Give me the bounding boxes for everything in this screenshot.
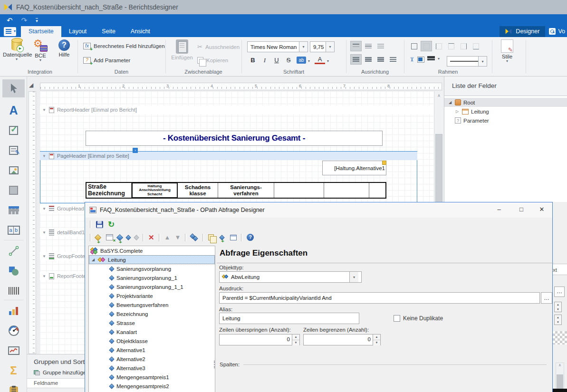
- bce-button[interactable]: ⚙ BCE ▾: [30, 39, 50, 62]
- preview-mode-button[interactable]: Vo: [545, 26, 567, 37]
- expander-icon[interactable]: ◢: [448, 100, 452, 105]
- spinner-buttons[interactable]: ▲▼: [292, 335, 299, 345]
- font-color-caret-icon[interactable]: ▾: [327, 59, 329, 63]
- table-cell-empty[interactable]: [369, 183, 385, 198]
- datenquelle-button[interactable]: Datenquelle ▾: [3, 39, 30, 61]
- tree-field[interactable]: Sanierungsvorplanung: [89, 264, 215, 273]
- tree-field[interactable]: Mengengesamtpreis2: [89, 382, 215, 391]
- tree-field[interactable]: Sanierungsvorplanung_1: [89, 273, 215, 282]
- ausschneiden-button[interactable]: ✂ Ausschneiden: [197, 43, 240, 50]
- tree-field[interactable]: Projektvariante: [89, 291, 215, 300]
- strikethrough-button[interactable]: S: [283, 55, 294, 66]
- line-weight-button[interactable]: ▾: [427, 56, 440, 61]
- vertical-ruler[interactable]: [29, 91, 36, 354]
- align-left-button[interactable]: [350, 54, 362, 65]
- band-page-header[interactable]: ▼ PageHeader [Einmal pro Seite] ›: [40, 152, 417, 160]
- tree-field[interactable]: Sanierungsvorplanung_1_1: [89, 282, 215, 291]
- font-color-button[interactable]: A: [315, 55, 325, 64]
- query-tree[interactable]: BaSYS.Complete ◢ Leitung Sanierungsvorpl…: [88, 246, 215, 392]
- band-collapse-icon[interactable]: ▼: [42, 154, 46, 158]
- tree-field[interactable]: Kanalart: [89, 327, 215, 336]
- hilfe-button[interactable]: ? Hilfe: [53, 39, 75, 57]
- band-report-header[interactable]: ▼ ReportHeader [Einmal pro Bericht]: [40, 105, 442, 114]
- spin-down-icon[interactable]: ▼: [373, 340, 380, 345]
- copy-query-icon[interactable]: [208, 234, 214, 240]
- spinner-fragment[interactable]: ▲▼: [554, 315, 562, 325]
- field-tree-leitung[interactable]: ▷ Leitung: [444, 107, 567, 116]
- highlight-button[interactable]: ab: [297, 57, 306, 64]
- align-justify-button[interactable]: [387, 54, 399, 65]
- add-parameter-button[interactable]: ? Add Parameter: [83, 57, 130, 64]
- border-left-button[interactable]: [433, 41, 444, 51]
- tree-field[interactable]: Mengengesamtpreis1: [89, 373, 215, 382]
- tree-node-leitung[interactable]: ◢ Leitung: [89, 255, 215, 264]
- table-tool[interactable]: [2, 201, 25, 219]
- objekttyp-dropdown-icon[interactable]: ▾: [349, 272, 358, 282]
- band-collapse-icon[interactable]: ▼: [42, 230, 46, 235]
- spin-down-icon[interactable]: ▼: [292, 340, 299, 345]
- gauge-tool[interactable]: [2, 322, 25, 340]
- spin-up-icon[interactable]: ▲: [292, 335, 299, 340]
- report-table-header-row[interactable]: StraßeBezeichnung HaltungAnschlussleitun…: [86, 182, 386, 199]
- border-right-button[interactable]: [458, 41, 469, 51]
- table-cell-empty[interactable]: [274, 183, 324, 198]
- dialog-title-bar[interactable]: FAQ_Kostenübersicht_nach_Straße - OPath …: [85, 202, 552, 218]
- expander-icon[interactable]: ◢: [91, 258, 96, 262]
- tab-seite[interactable]: Seite: [94, 26, 123, 37]
- calc-field-button[interactable]: fx Berechnetes Feld hinzufügen: [83, 43, 165, 49]
- scroll-up-icon[interactable]: ∧: [556, 363, 564, 367]
- align-center-button[interactable]: [363, 54, 374, 65]
- delete-icon[interactable]: ✕: [148, 233, 154, 242]
- table-cell-sanierungsverfahren[interactable]: Sanierungs-verfahren: [218, 183, 274, 198]
- italic-button[interactable]: I: [259, 55, 270, 66]
- related-objects-icon[interactable]: [191, 234, 198, 241]
- keine-duplikate-checkbox[interactable]: [394, 315, 400, 322]
- spinner-fragment[interactable]: ▲▼: [554, 302, 562, 312]
- tab-layout[interactable]: Layout: [61, 26, 95, 37]
- tree-field[interactable]: Alternative3: [89, 363, 215, 373]
- band-collapse-icon[interactable]: ▼: [42, 254, 46, 258]
- barcode-tool[interactable]: [2, 282, 25, 300]
- border-all-button[interactable]: [408, 41, 420, 51]
- shape-tool[interactable]: [2, 262, 25, 280]
- keine-duplikate-row[interactable]: Keine Duplikate: [394, 315, 443, 322]
- picture-tool[interactable]: [2, 161, 25, 179]
- richtext-tool[interactable]: ✎: [2, 141, 25, 159]
- table-cell-schadensklasse[interactable]: Schadensklasse: [178, 183, 218, 198]
- minimize-button[interactable]: –: [491, 202, 507, 217]
- border-none-button[interactable]: [421, 41, 432, 51]
- font-name-dropdown-icon[interactable]: ▾: [299, 42, 308, 52]
- field-tree-root[interactable]: ◢ Root: [444, 98, 567, 107]
- scrollbar-fragment[interactable]: ∧: [556, 363, 564, 392]
- spalten-drag-handle[interactable]: [214, 361, 216, 368]
- sigma-tool[interactable]: Σ: [2, 362, 25, 380]
- dialog-help-icon[interactable]: ?: [247, 234, 254, 241]
- save-icon[interactable]: [96, 221, 103, 228]
- band-smart-tag-icon[interactable]: ›: [133, 148, 138, 153]
- tree-field[interactable]: Objektklasse: [89, 336, 215, 345]
- field-tree-parameter[interactable]: ? Parameter: [444, 116, 567, 125]
- align-top-button[interactable]: [350, 41, 362, 51]
- objekttyp-combo[interactable]: AbwLeitung ▾: [219, 271, 362, 283]
- add-property-icon[interactable]: [106, 234, 113, 240]
- move-down-icon[interactable]: ▼: [174, 234, 181, 241]
- ausdruck-input[interactable]: ParentId = $CurrentMunicipalityVariantId…: [219, 292, 540, 304]
- expander-icon[interactable]: ▷: [455, 109, 460, 114]
- character-comb-tool[interactable]: ab: [2, 221, 25, 239]
- horizontal-ruler[interactable]: 1 2 3 4 5 6 7 8: [40, 83, 442, 90]
- tree-field[interactable]: Alternative1: [89, 345, 215, 354]
- result-table-icon[interactable]: [230, 235, 237, 240]
- font-name-combo[interactable]: Times New Roman ▾: [247, 41, 308, 52]
- border-bottom-button[interactable]: [470, 41, 481, 51]
- band-collapse-icon[interactable]: ▼: [42, 207, 46, 211]
- tree-field[interactable]: Bewertungsverfahren: [89, 300, 215, 309]
- font-size-combo[interactable]: 9,75 ▾: [310, 41, 335, 52]
- ausdruck-ellipsis-button[interactable]: …: [541, 292, 552, 304]
- tree-root-basys[interactable]: BaSYS.Complete: [89, 246, 215, 255]
- refresh-icon[interactable]: ↻: [108, 221, 115, 228]
- undo-icon[interactable]: ↶: [7, 16, 13, 25]
- line-style-combo[interactable]: ▾: [447, 56, 487, 67]
- zeilen-ueberspringen-spinner[interactable]: 0 ▲▼: [219, 334, 300, 345]
- sparkline-tool[interactable]: [2, 342, 25, 360]
- maximize-button[interactable]: □: [513, 202, 529, 217]
